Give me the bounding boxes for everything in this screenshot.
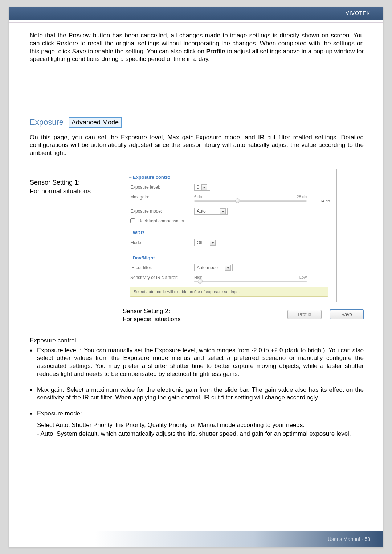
page: VIVOTEK Note that the Preview button has…: [9, 7, 383, 547]
blc-checkbox[interactable]: [130, 218, 135, 223]
wdr-mode-label: Mode:: [130, 240, 194, 245]
exposure-level-row: Exposure level: 0: [130, 184, 330, 191]
bullet-max-gain-text: Max gain: Select a maximum value for the…: [37, 386, 364, 402]
sensor2-line2: For special situations: [123, 315, 181, 323]
profile-button[interactable]: Profile: [287, 310, 322, 319]
ir-filter-value: Auto mode: [197, 265, 218, 270]
gain-min-label: 6 db: [194, 194, 202, 199]
max-gain-label: Max gain:: [130, 194, 194, 200]
bullet-max-gain: Max gain: Select a maximum value for the…: [30, 386, 364, 402]
blc-label: Back light compensation: [138, 218, 185, 223]
bullet-icon: [30, 410, 37, 418]
bullet-exposure-level: Exposure level：You can manually set the …: [30, 346, 364, 378]
exposure-heading: Exposure: [30, 118, 64, 127]
max-gain-slider-area: 6 db 28 db: [194, 194, 316, 202]
callout-line-2: [181, 317, 196, 317]
exposure-control-subhead: Exposure control:: [30, 337, 364, 344]
wdr-title: WDR: [129, 230, 330, 235]
exposure-level-value: 0: [197, 185, 199, 190]
sensor2-line1: Sensor Setting 2:: [123, 307, 181, 315]
wdr-mode-row: Mode: Off: [130, 239, 330, 246]
header-bar: VIVOTEK: [9, 7, 383, 20]
ir-filter-row: IR cut filter: Auto mode: [130, 264, 330, 271]
day-night-title: Day/Night: [129, 255, 330, 260]
advanced-mode-badge: Advanced Mode: [69, 117, 122, 128]
exposure-mode-sub1: Select Auto, Shutter Priority, Iris Prio…: [37, 421, 364, 429]
sensor-setting-1-note: Sensor Setting 1: For normal situations: [30, 169, 121, 196]
exposure-mode-row: Exposure mode: Auto: [130, 208, 330, 215]
settings-panel: Exposure control Exposure level: 0 Max g…: [123, 169, 337, 302]
bullet-icon: [30, 386, 37, 402]
exposure-mode-select[interactable]: Auto: [194, 208, 228, 215]
save-button[interactable]: Save: [330, 309, 364, 319]
chevron-down-icon: [201, 184, 207, 190]
sens-high-label: High: [194, 275, 203, 279]
blc-row: Back light compensation: [130, 218, 330, 223]
content-area: Note that the Preview button has been ca…: [9, 23, 383, 438]
exposure-heading-row: Exposure Advanced Mode: [30, 117, 364, 128]
exposure-level-select[interactable]: 0: [194, 184, 210, 191]
max-gain-row: Max gain: 6 db 28 db 14 db: [130, 194, 330, 203]
intro-paragraph: Note that the Preview button has been ca…: [30, 32, 364, 63]
wdr-mode-select[interactable]: Off: [194, 239, 217, 246]
brand-label: VIVOTEK: [346, 10, 370, 16]
wdr-mode-value: Off: [197, 240, 203, 245]
bullet-icon: [30, 346, 37, 378]
ir-sensitivity-label: Sensitivity of IR cut filter:: [130, 275, 194, 280]
sensor-setting-2-note: Sensor Setting 2: For special situations: [123, 307, 181, 323]
sens-low-label: Low: [299, 275, 307, 279]
exposure-control-title: Exposure control: [129, 175, 330, 180]
under-panel-row: Sensor Setting 2: For special situations…: [123, 307, 364, 323]
exposure-mode-label: Exposure mode:: [130, 209, 194, 214]
panel-wrap: Sensor Setting 1: For normal situations …: [30, 169, 364, 323]
gain-max-label: 28 db: [297, 194, 307, 199]
ir-sensitivity-slider[interactable]: [194, 281, 307, 282]
ir-sensitivity-slider-area: High Low: [194, 275, 330, 282]
bullet-exposure-level-text: Exposure level：You can manually set the …: [37, 346, 364, 378]
ir-sensitivity-row: Sensitivity of IR cut filter: High Low: [130, 275, 330, 282]
auto-mode-note: Select auto mode will disable profile of…: [130, 287, 328, 297]
footer-page-label: User's Manual - 53: [328, 536, 370, 542]
exposure-paragraph: On this page, you can set the Exposure l…: [30, 134, 364, 157]
sensor1-line1: Sensor Setting 1:: [30, 178, 121, 187]
chevron-down-icon: [225, 265, 231, 271]
max-gain-slider[interactable]: [194, 200, 307, 202]
exposure-mode-value: Auto: [197, 209, 206, 214]
chevron-down-icon: [210, 240, 216, 246]
slider-thumb[interactable]: [235, 198, 240, 203]
sensor1-line2: For normal situations: [30, 187, 121, 196]
button-row: Profile Save: [287, 307, 364, 319]
chevron-down-icon: [220, 208, 226, 214]
slider-thumb[interactable]: [198, 279, 203, 284]
ir-filter-select[interactable]: Auto mode: [194, 264, 233, 271]
exposure-level-label: Exposure level:: [130, 185, 194, 190]
ir-filter-label: IR cut filter:: [130, 265, 194, 270]
exposure-mode-sub2: - Auto: System default, which automatica…: [37, 430, 364, 438]
bullet-exposure-mode: Exposure mode:: [30, 410, 364, 418]
gain-current-value: 14 db: [320, 199, 330, 203]
bullet-exposure-mode-text: Exposure mode:: [37, 410, 82, 418]
